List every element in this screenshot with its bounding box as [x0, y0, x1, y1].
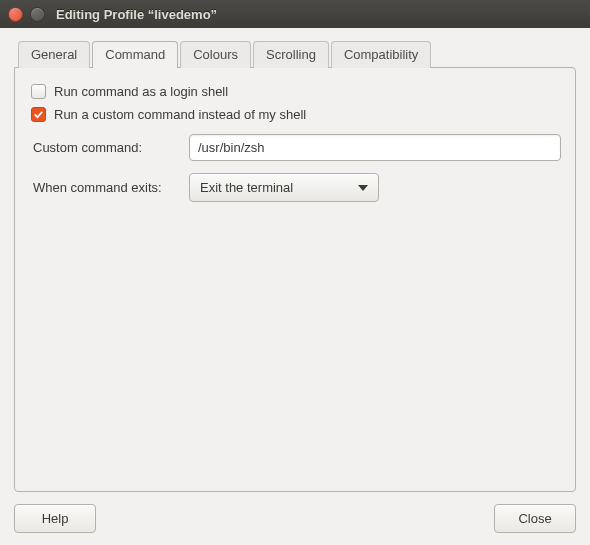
custom-command-toggle-row: Run a custom command instead of my shell — [29, 107, 561, 122]
custom-command-row: Custom command: — [29, 134, 561, 161]
when-exits-label: When command exits: — [29, 180, 179, 195]
tab-colours[interactable]: Colours — [180, 41, 251, 68]
tab-command[interactable]: Command — [92, 41, 178, 68]
when-exits-combo[interactable]: Exit the terminal — [189, 173, 379, 202]
titlebar: Editing Profile “livedemo” — [0, 0, 590, 28]
tab-scrolling[interactable]: Scrolling — [253, 41, 329, 68]
chevron-down-icon — [358, 185, 368, 191]
when-exits-selected: Exit the terminal — [200, 180, 293, 195]
profile-editor-window: Editing Profile “livedemo” General Comma… — [0, 0, 590, 545]
when-exits-row: When command exits: Exit the terminal — [29, 173, 561, 202]
tab-general[interactable]: General — [18, 41, 90, 68]
custom-command-label: Custom command: — [29, 140, 179, 155]
help-button[interactable]: Help — [14, 504, 96, 533]
check-icon — [33, 109, 44, 120]
close-icon[interactable] — [8, 7, 23, 22]
custom-command-input[interactable] — [189, 134, 561, 161]
login-shell-checkbox[interactable] — [31, 84, 46, 99]
minimize-icon[interactable] — [30, 7, 45, 22]
login-shell-label: Run command as a login shell — [54, 84, 228, 99]
dialog-footer: Help Close — [14, 492, 576, 533]
login-shell-row: Run command as a login shell — [29, 84, 561, 99]
tab-compatibility[interactable]: Compatibility — [331, 41, 431, 68]
close-button[interactable]: Close — [494, 504, 576, 533]
custom-command-checkbox[interactable] — [31, 107, 46, 122]
custom-command-toggle-label: Run a custom command instead of my shell — [54, 107, 306, 122]
content-area: General Command Colours Scrolling Compat… — [0, 28, 590, 545]
window-title: Editing Profile “livedemo” — [56, 7, 217, 22]
tab-bar: General Command Colours Scrolling Compat… — [14, 40, 576, 67]
tab-panel-command: Run command as a login shell Run a custo… — [14, 67, 576, 492]
